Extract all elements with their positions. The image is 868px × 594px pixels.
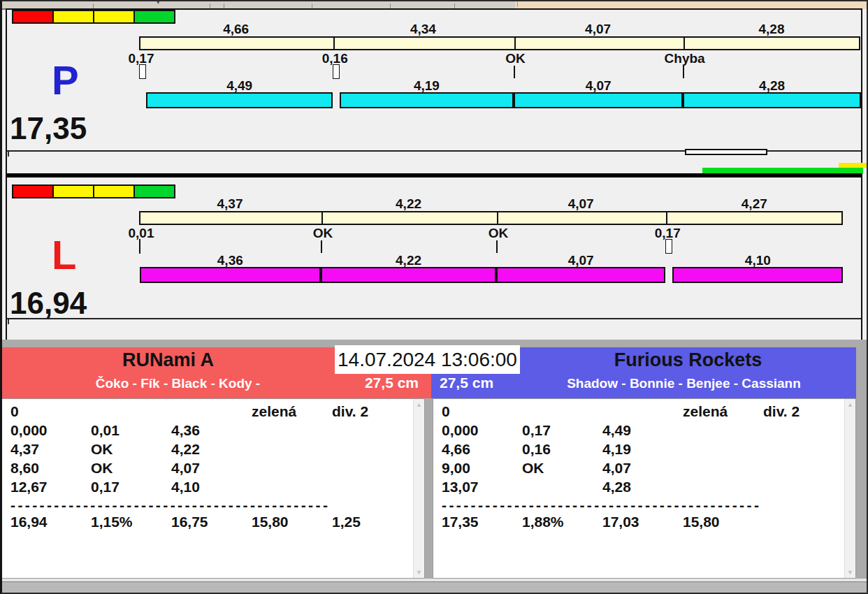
summary-row: 17,351,88%17,0315,80	[433, 514, 855, 533]
result-row: 0,0000,014,36	[2, 422, 424, 441]
result-cell: 8,60	[10, 460, 39, 477]
split-bar	[139, 36, 860, 50]
light-segment	[133, 10, 175, 24]
scroll-down-icon[interactable]: ▼	[845, 569, 855, 576]
result-row: 4,37OK4,22	[2, 441, 424, 460]
result-cell: 4,49	[602, 422, 631, 439]
result-cell: 4,37	[10, 441, 39, 458]
result-cell: 4,36	[171, 422, 200, 439]
result-cell: 4,28	[602, 479, 631, 495]
result-row: 13,074,28	[433, 479, 855, 498]
scroll-down-icon[interactable]: ▼	[414, 569, 424, 576]
changeover-marker-box	[139, 64, 146, 79]
result-row: 4,660,164,19	[433, 441, 855, 460]
lane-total-time: 17,35	[10, 112, 87, 145]
result-row: 0zelenádiv. 2	[2, 403, 424, 422]
result-cell: 0,16	[522, 441, 551, 458]
light-segment	[52, 184, 94, 198]
result-cell: OK	[91, 460, 113, 477]
split-segment-divider	[321, 212, 323, 224]
result-row: 0zelenádiv. 2	[433, 403, 855, 422]
split-segment-divider	[497, 212, 498, 224]
summary-cell: 15,80	[252, 514, 289, 530]
changeover-marker-tick	[321, 240, 322, 253]
race-display: P17,354,664,344,074,280,170,16OKChyba4,4…	[6, 8, 862, 340]
result-row: 0,0000,174,49	[433, 422, 855, 441]
result-cell: 4,22	[171, 441, 200, 458]
leg-bar-segment	[514, 92, 683, 108]
result-cell: 4,19	[602, 441, 631, 458]
changeover-label: OK	[465, 226, 532, 241]
leg-label: 4,22	[375, 253, 442, 268]
scroll-up-icon[interactable]: ▲	[414, 401, 424, 408]
changeover-marker-tick	[683, 66, 684, 78]
mini-bar-yellow	[839, 163, 868, 168]
light-segment	[12, 10, 54, 24]
split-label: 4,28	[738, 22, 805, 37]
changeover-label: OK	[289, 226, 356, 241]
section-divider	[7, 173, 861, 178]
result-cell: div. 2	[763, 403, 800, 420]
team-result-box-right[interactable]: 0zelenádiv. 20,0000,174,494,660,164,199,…	[433, 398, 856, 579]
team-dogs: Shadow - Bonnie - Benjee - Cassiann	[512, 376, 856, 391]
result-row: 9,00OK4,07	[433, 460, 855, 479]
split-label: 4,22	[375, 196, 442, 212]
changeover-label: OK	[482, 51, 549, 66]
toolbar-caret-icon[interactable]: ▾	[157, 0, 160, 6]
summary-cell: 1,88%	[522, 514, 564, 530]
result-cell: 0,01	[91, 422, 120, 439]
result-cell: OK	[522, 460, 544, 477]
split-segment-divider	[514, 38, 516, 49]
result-cell: 12,67	[10, 479, 48, 495]
split-segment-divider	[333, 38, 335, 49]
jump-height-label: 27,5 cm	[440, 375, 493, 391]
result-cell: zelená	[252, 403, 296, 420]
result-cell: zelená	[683, 403, 728, 420]
mini-bar-green	[702, 168, 863, 173]
result-cell: div. 2	[332, 403, 368, 420]
changeover-marker-box	[665, 239, 672, 254]
summary-row: 16,941,15%16,7515,801,25	[2, 514, 424, 533]
result-cell: 0,17	[91, 479, 120, 495]
result-row: 12,670,174,10	[2, 479, 424, 498]
team-name: Furious Rockets	[520, 349, 856, 371]
toolbar-accent-tick	[517, 1, 518, 7]
summary-cell: 15,80	[683, 514, 720, 530]
changeover-label: 0,01	[108, 226, 175, 241]
result-cell: 4,66	[442, 441, 470, 458]
lane-letter: P	[52, 60, 79, 101]
result-cell: 0,17	[522, 422, 551, 439]
light-segment	[52, 10, 94, 24]
leg-label: 4,28	[739, 78, 806, 94]
team-result-box-left[interactable]: 0zelenádiv. 20,0000,014,364,37OK4,228,60…	[1, 398, 425, 579]
changeover-marker-box	[139, 239, 140, 254]
scroll-up-icon[interactable]: ▲	[845, 401, 855, 408]
summary-cell: 16,94	[10, 514, 48, 530]
leg-bar-segment	[140, 267, 321, 283]
lane-edge-tick	[8, 152, 9, 157]
result-cell: 0,000	[10, 422, 48, 439]
changeover-marker-tick	[496, 240, 498, 253]
scrollbar[interactable]: ▲▼	[413, 399, 424, 578]
summary-cell: 1,25	[332, 514, 361, 530]
leg-label: 4,19	[393, 78, 460, 94]
light-segment	[133, 184, 175, 198]
progress-outline-box	[685, 149, 767, 155]
leg-bar-segment	[672, 267, 843, 283]
lane-panel-p: P17,354,664,344,074,280,170,16OKChyba4,4…	[7, 10, 861, 152]
split-label: 4,07	[565, 22, 632, 37]
lane-letter: L	[52, 235, 76, 275]
datetime-display: 14.07.2024 13:06:00	[335, 345, 520, 374]
leg-label: 4,07	[565, 78, 632, 94]
team-dogs: Čoko - Fík - Black - Kody -	[1, 376, 354, 391]
result-cell: OK	[91, 441, 113, 458]
result-row: 8,60OK4,07	[2, 460, 424, 479]
result-cell: 4,10	[171, 479, 200, 495]
result-cell: 13,07	[442, 479, 479, 495]
scrollbar[interactable]: ▲▼	[844, 399, 855, 578]
result-cell: 0	[10, 403, 19, 420]
result-cell: 0,000	[442, 422, 479, 439]
result-cell: 9,00	[442, 460, 470, 477]
leg-label: 4,07	[547, 253, 614, 268]
result-light-strip	[13, 184, 175, 198]
